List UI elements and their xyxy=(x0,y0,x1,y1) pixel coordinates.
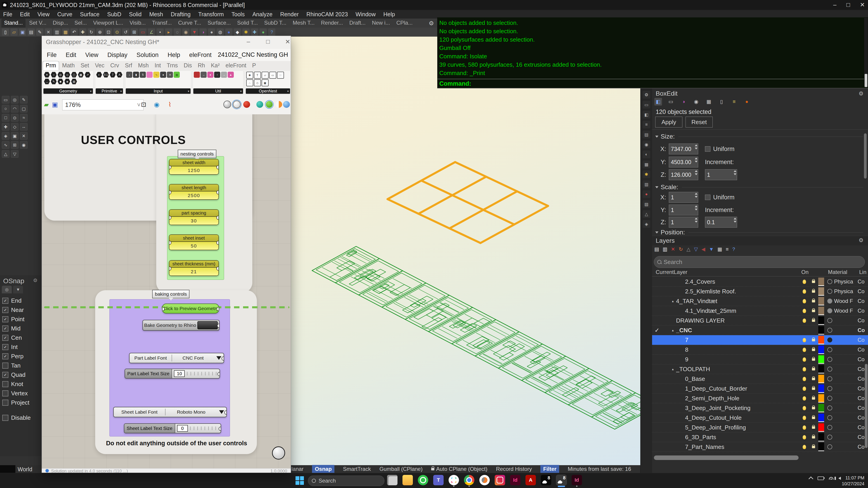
scale-y-input[interactable]: 1 xyxy=(669,204,698,216)
solver-flame-icon[interactable]: ⌇ xyxy=(166,100,174,109)
material-icon[interactable] xyxy=(827,328,832,333)
sidebar-tool-icon[interactable]: □ xyxy=(2,114,9,122)
command-history-panel[interactable]: No objects added to selection.No objects… xyxy=(437,18,868,88)
visibility-bulb-icon[interactable] xyxy=(800,280,809,284)
toolbar-tab-sel[interactable]: Sel... xyxy=(72,19,90,28)
visibility-bulb-icon[interactable] xyxy=(800,319,809,323)
taskbar-search[interactable]: Search xyxy=(308,476,384,486)
grid-view-icon[interactable]: ▦ xyxy=(717,247,722,252)
file-explorer-icon[interactable] xyxy=(402,475,413,485)
panel-tab-icon-12[interactable]: △ xyxy=(643,210,650,218)
layer-row-toolpath[interactable]: ▴_TOOLPATHCo xyxy=(652,364,868,374)
grasshopper-canvas[interactable]: USER CONTROLS nesting controls baking co… xyxy=(42,115,291,468)
component-icon[interactable]: ▮ xyxy=(133,72,139,78)
lock-icon[interactable] xyxy=(809,339,818,341)
sidebar-tool-icon[interactable]: ▽ xyxy=(11,150,19,158)
toolbar-tab-draft[interactable]: Draft... xyxy=(347,19,368,28)
status-filter[interactable]: Filter xyxy=(540,465,559,473)
status-minutes-from-last-save-16[interactable]: Minutes from last save: 16 xyxy=(568,466,631,472)
component-icon[interactable]: ◎ xyxy=(57,72,64,78)
open-folder-icon[interactable]: ▱ xyxy=(10,29,18,36)
visibility-bulb-icon[interactable] xyxy=(800,425,809,430)
component-icon[interactable]: ∴ xyxy=(246,79,253,86)
visibility-bulb-icon[interactable] xyxy=(800,299,809,303)
material-icon[interactable] xyxy=(827,425,832,430)
display-mode-1-icon[interactable] xyxy=(256,100,264,109)
gh-menu-file[interactable]: File xyxy=(47,52,57,59)
panel-tab-icon-4[interactable]: ▤ xyxy=(643,131,650,138)
slider-part-spacing[interactable]: part spacing30 xyxy=(169,209,219,225)
sidebar-tool-icon[interactable]: ▭ xyxy=(2,96,9,103)
component-icon[interactable]: ≡ xyxy=(167,72,173,78)
zoom-extents-icon[interactable]: ⊕ xyxy=(96,29,103,36)
visibility-bulb-icon[interactable] xyxy=(800,367,809,371)
sidebar-tool-icon[interactable]: ∿ xyxy=(2,141,9,149)
visibility-bulb-icon[interactable] xyxy=(800,435,809,440)
color-tab[interactable]: ◑ xyxy=(680,98,687,105)
layer-row-2-4-covers[interactable]: 2.4_CoversPhysicaCo xyxy=(652,277,868,287)
visibility-bulb-icon[interactable] xyxy=(800,416,809,420)
render-sphere-icon[interactable]: ● xyxy=(259,29,267,36)
flag-icon[interactable]: ▸ xyxy=(165,29,172,36)
toolbar-tab-solid-t[interactable]: Solid T... xyxy=(235,19,261,28)
component-icon[interactable]: ∷ xyxy=(277,72,284,79)
component-icon[interactable]: ▣ xyxy=(261,79,269,86)
gh-menu-help[interactable]: Help xyxy=(167,52,180,59)
whatsapp-icon[interactable] xyxy=(418,475,428,485)
maximize-button[interactable]: □ xyxy=(266,38,270,45)
menu-window[interactable]: Window xyxy=(355,11,376,18)
gh-tab-math[interactable]: Math xyxy=(59,61,78,70)
checkbox-quad[interactable]: ✓ xyxy=(2,372,8,378)
material-icon[interactable] xyxy=(827,405,832,411)
toolbar-tab-surface[interactable]: Surface... xyxy=(205,19,234,28)
rendered-preview-icon[interactable] xyxy=(243,100,251,109)
layer-color-swatch[interactable] xyxy=(818,346,824,354)
visibility-bulb-icon[interactable] xyxy=(800,338,809,342)
size-uniform-checkbox[interactable] xyxy=(705,146,710,152)
checkbox-tan[interactable] xyxy=(2,363,8,369)
gh-tab-rh[interactable]: Rh xyxy=(195,61,208,70)
sheet-label-font-select[interactable]: Sheet Label Font Roboto Mono xyxy=(113,407,227,417)
gh-tab-p[interactable]: P xyxy=(249,61,259,70)
material-icon[interactable] xyxy=(827,347,832,352)
panel-tab-icon-7[interactable]: ▦ xyxy=(643,161,650,168)
new-sublayer-icon[interactable]: ▥ xyxy=(663,247,668,252)
layers-hscrollbar[interactable] xyxy=(654,455,799,460)
undo-icon[interactable]: ↶ xyxy=(70,29,78,36)
zoom-selected-icon[interactable]: ⊙ xyxy=(114,29,121,36)
material-icon[interactable] xyxy=(827,435,832,440)
layer-color-swatch[interactable] xyxy=(818,326,824,334)
panel-tab-icon-9[interactable]: ▥ xyxy=(643,181,650,188)
material-icon[interactable] xyxy=(827,289,832,294)
layer-row-6-3d-parts[interactable]: 6_3D_PartsCo xyxy=(652,432,868,442)
component-icon[interactable] xyxy=(194,72,200,78)
layer-row-3-deep-joint-pocketing[interactable]: 3_Deep_Joint_PocketingCo xyxy=(652,403,868,413)
gear-icon[interactable]: ⚙ xyxy=(859,237,864,243)
paste-icon[interactable]: ▦ xyxy=(62,29,69,36)
component-icon[interactable]: 7 xyxy=(110,72,116,78)
calc-tab[interactable]: ▦ xyxy=(705,98,713,105)
status-lanar[interactable]: lanar xyxy=(291,466,303,472)
panel-tab-icon-8[interactable]: ✱ xyxy=(643,170,650,178)
size-z-input[interactable]: 126.000 xyxy=(669,169,698,180)
visibility-bulb-icon[interactable] xyxy=(800,387,809,391)
checkbox-disable[interactable] xyxy=(2,415,8,421)
lock-icon[interactable]: ◉ xyxy=(182,29,189,36)
sidebar-tool-icon[interactable]: △ xyxy=(2,150,9,158)
panel-tab-icon-1[interactable]: ▭ xyxy=(643,101,650,108)
start-button[interactable] xyxy=(296,476,304,485)
gh-tab-prm[interactable]: Prm xyxy=(43,61,59,70)
print-icon[interactable]: ▤ xyxy=(28,29,35,36)
shaded-preview-icon[interactable] xyxy=(232,100,241,109)
chrome-icon[interactable] xyxy=(464,475,474,485)
gh-tab-msh[interactable]: Msh xyxy=(135,61,152,70)
checkbox-int[interactable]: ✓ xyxy=(2,344,8,350)
size-x-input[interactable]: 7347.00 xyxy=(669,143,698,154)
collapse-arrow-icon[interactable]: ▴ xyxy=(672,299,676,303)
toolbar-tab-viewport-l[interactable]: Viewport L... xyxy=(90,19,126,28)
menu-mesh[interactable]: Mesh xyxy=(149,11,163,18)
component-icon[interactable]: ◐ xyxy=(96,72,102,78)
menu-solid[interactable]: Solid xyxy=(129,11,142,18)
toolbar-tab-transf[interactable]: Transf... xyxy=(150,19,175,28)
gh-tab-crv[interactable]: Crv xyxy=(107,61,122,70)
